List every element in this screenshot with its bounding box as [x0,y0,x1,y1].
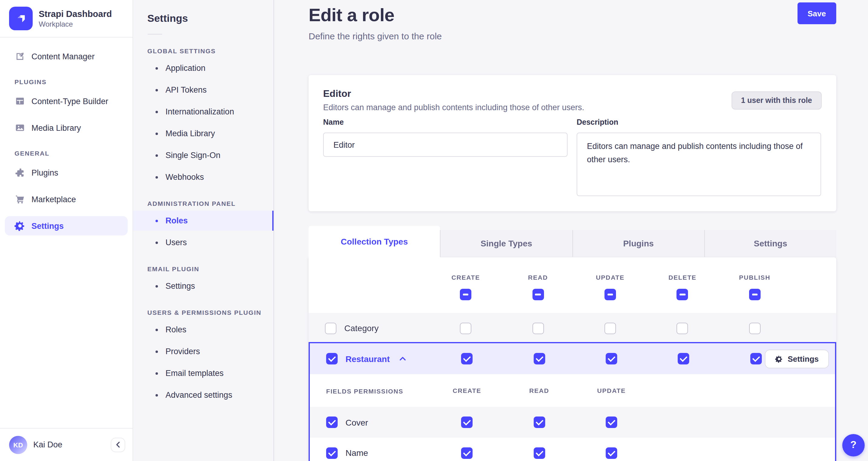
subnav-item-advanced-settings[interactable]: Advanced settings [133,385,274,405]
subnav-item-email-settings[interactable]: Settings [133,276,274,296]
user-name: Kai Doe [33,440,62,449]
sidebar-item-label: Media Library [31,123,81,132]
tab-plugins[interactable]: Plugins [572,230,704,257]
subnav-item-api-tokens[interactable]: API Tokens [133,80,274,100]
checkbox-cover-row[interactable] [326,416,338,428]
checkbox-update-all[interactable] [604,289,616,300]
workspace-switcher[interactable]: Strapi Dashboard Workplace [0,0,132,37]
chevron-up-icon[interactable] [399,356,406,361]
main-content: Edit a role Define the rights given to t… [274,0,868,461]
save-button[interactable]: Save [797,2,836,24]
strapi-logo-icon [9,7,33,30]
table-row-restaurant: Restaurant [310,343,835,374]
settings-subnav: Settings GLOBAL SETTINGS Application API… [133,0,274,461]
subnav-title: Settings [147,13,274,25]
sidebar-item-settings[interactable]: Settings [5,216,127,235]
name-field-label: Name [323,118,344,126]
checkbox-name-read[interactable] [533,447,545,459]
sidebar-item-media-library[interactable]: Media Library [5,118,127,137]
checkbox-restaurant-read[interactable] [533,353,545,365]
subnav-section-users-permissions-plugin: USERS & PERMISSIONS PLUGIN [147,309,274,316]
column-header-create: CREATE [430,273,502,281]
page-subtitle: Define the rights given to the role [309,31,442,41]
help-button[interactable]: ? [842,434,865,456]
checkbox-create-all[interactable] [460,289,471,300]
page-title: Edit a role [309,5,442,25]
chevron-left-icon [115,441,120,448]
bullet-icon [155,328,158,331]
row-label[interactable]: Category [344,323,379,333]
checkbox-restaurant-delete[interactable] [678,353,689,365]
users-with-role-button[interactable]: 1 user with this role [731,91,822,110]
brand-text: Strapi Dashboard Workplace [39,8,112,28]
checkbox-name-create[interactable] [461,447,472,459]
checkbox-name-row[interactable] [326,447,338,459]
subnav-item-internationalization[interactable]: Internationalization [133,102,274,122]
collapse-sidebar-button[interactable] [111,437,125,452]
column-header-update: UPDATE [574,273,647,281]
checkbox-cover-update[interactable] [606,416,617,428]
subnav-item-label: Advanced settings [165,391,232,400]
sidebar-item-content-manager[interactable]: Content Manager [5,47,127,66]
subnav-section-global-settings: GLOBAL SETTINGS [147,47,274,55]
checkbox-category-read[interactable] [532,322,544,334]
checkbox-restaurant-row[interactable] [326,353,338,365]
subnav-item-users[interactable]: Users [133,232,274,253]
row-label[interactable]: Restaurant [345,354,390,364]
sidebar-item-marketplace[interactable]: Marketplace [5,190,127,209]
marketplace-icon [14,194,25,205]
role-name-heading: Editor [323,88,351,99]
checkbox-category-publish[interactable] [749,322,761,334]
avatar[interactable]: KD [9,436,27,454]
role-name-input[interactable] [323,133,567,157]
subnav-item-label: Webhooks [165,173,204,182]
checkbox-cover-create[interactable] [461,416,472,428]
restaurant-settings-button[interactable]: Settings [765,349,829,368]
checkbox-category-update[interactable] [604,322,616,334]
sidebar-item-label: Marketplace [31,195,76,204]
tab-single-types[interactable]: Single Types [440,230,572,257]
subnav-item-label: Email templates [165,369,224,378]
checkbox-restaurant-update[interactable] [606,353,617,365]
strapi-admin: Strapi Dashboard Workplace Content Manag… [0,0,868,461]
fields-permissions-title: FIELDS PERMISSIONS [326,387,403,395]
subnav-item-application[interactable]: Application [133,58,274,78]
subnav-item-email-templates[interactable]: Email templates [133,363,274,383]
subnav-item-providers[interactable]: Providers [133,341,274,362]
checkbox-read-all[interactable] [532,289,544,300]
restaurant-expanded-section: Restaurant [309,342,836,461]
checkbox-category-create[interactable] [460,322,471,334]
checkbox-restaurant-create[interactable] [461,353,472,365]
checkbox-delete-all[interactable] [677,289,688,300]
page-header: Edit a role Define the rights given to t… [309,5,442,41]
sidebar-item-content-type-builder[interactable]: Content-Type Builder [5,91,127,111]
plugins-icon [14,167,25,178]
subnav-item-label: Settings [165,282,195,291]
checkbox-category-row[interactable] [325,322,336,334]
checkbox-publish-all[interactable] [749,289,761,300]
row-label[interactable]: Name [345,448,368,458]
subnav-item-media-library[interactable]: Media Library [133,123,274,143]
column-header-read: READ [502,273,574,281]
sidebar-item-plugins[interactable]: Plugins [5,163,127,182]
subnav-item-label: Internationalization [165,107,234,116]
subnav-item-roles[interactable]: Roles [133,211,274,231]
tab-settings[interactable]: Settings [704,230,837,257]
permissions-column-checkboxes [309,281,836,313]
brand-title: Strapi Dashboard [39,8,112,19]
tab-collection-types[interactable]: Collection Types [309,226,440,257]
checkbox-category-delete[interactable] [677,322,688,334]
subnav-item-label: Roles [165,325,186,334]
row-label[interactable]: Cover [345,417,368,427]
sidebar-section-general: GENERAL [14,149,132,157]
checkbox-cover-read[interactable] [533,416,545,428]
subnav-item-single-sign-on[interactable]: Single Sign-On [133,145,274,165]
subnav-item-webhooks[interactable]: Webhooks [133,167,274,187]
gear-icon [14,220,25,231]
subnav-item-up-roles[interactable]: Roles [133,320,274,340]
subnav-section-administration-panel: ADMINISTRATION PANEL [147,200,274,207]
role-description-textarea[interactable]: Editors can manage and publish contents … [577,133,821,196]
subnav-item-label: Single Sign-On [165,151,221,160]
checkbox-name-update[interactable] [606,447,617,459]
checkbox-restaurant-publish[interactable] [750,353,762,365]
